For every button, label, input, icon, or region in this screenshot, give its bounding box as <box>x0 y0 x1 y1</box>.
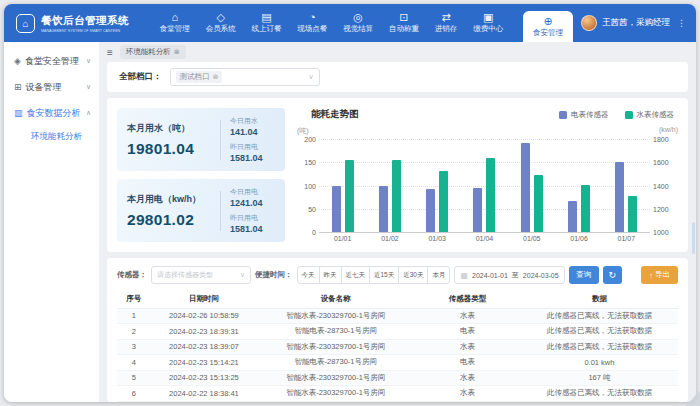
nav-label: 食堂管理 <box>160 24 190 34</box>
food-safety-icon: ⊕ <box>543 16 552 27</box>
auto-weighing-icon: ⊡ <box>399 12 408 23</box>
main-area: ≡ 环境能耗分析 ⊗ 全部档口： 测试档口 ⊗ ∨ <box>99 42 696 402</box>
sidebar-item-label: 食堂安全管理 <box>25 55 79 68</box>
legend-swatch <box>559 111 567 119</box>
table-row[interactable]: 52024-02-23 15:13:25智能水表-230329700-1号房间水… <box>117 370 678 386</box>
nav-label: 食安管理 <box>533 28 563 38</box>
bar-水表传感器 <box>534 175 543 232</box>
stall-filter-card: 全部档口： 测试档口 ⊗ ∨ <box>107 62 688 92</box>
table-row[interactable]: 12024-02-26 10:58:59智能水表-230329700-1号房间水… <box>117 308 678 324</box>
chevron-icon: ∨ <box>86 83 91 91</box>
nav-item-visual-checkout[interactable]: ◎视觉结算 <box>343 12 373 34</box>
nav-label: 现场点餐 <box>297 24 327 34</box>
bar-水表传感器 <box>439 171 448 232</box>
x-axis-labels: 01/0101/0201/0301/0401/0501/0601/07 <box>319 235 650 242</box>
table-cell: 智能水表-230329700-1号房间 <box>257 370 414 386</box>
refresh-button[interactable]: ↻ <box>603 266 622 284</box>
export-button[interactable]: ↑ 导出 <box>641 266 678 284</box>
y-tick-left: 150 <box>304 159 316 166</box>
chevron-icon: ∨ <box>86 57 91 65</box>
table-row[interactable]: 22024-02-23 18:39:31智能电表-28730-1号房间电表此传感… <box>117 324 678 340</box>
divider <box>220 191 221 231</box>
x-tick-label: 01/02 <box>381 235 399 242</box>
stall-tag-label: 测试档口 <box>180 72 210 82</box>
export-label: 导出 <box>655 270 670 280</box>
table-row[interactable]: 62024-02-22 18:38:41智能水表-230329700-1号房间水… <box>117 386 678 402</box>
chevron-icon: ∧ <box>86 109 91 117</box>
table-cell: 2024-02-23 18:39:07 <box>151 339 258 355</box>
table-row[interactable]: 42024-02-23 15:14:21智能电表-28730-1号房间电表0.0… <box>117 355 678 371</box>
calendar-icon: ▦ <box>460 271 468 280</box>
chart-legend: 电表传感器水表传感器 <box>559 110 674 120</box>
y-tick-right: 1400 <box>653 182 669 189</box>
stall-tag: 测试档口 ⊗ <box>176 71 223 83</box>
y-tick-right: 1200 <box>653 205 669 212</box>
nav-item-online-ordering[interactable]: ▤线上订餐 <box>251 12 281 34</box>
stat-side-label: 今日用水 <box>230 116 263 126</box>
payment-center-icon: ▣ <box>483 12 493 23</box>
app-title: 餐饮后台管理系统 <box>41 14 129 28</box>
quick-time-button-4[interactable]: 近30天 <box>398 266 428 284</box>
collapse-sidebar-icon[interactable]: ≡ <box>107 47 113 58</box>
water-stat-title: 本月用水（吨） <box>127 122 211 135</box>
user-menu-dots-icon[interactable]: ⋮ <box>677 18 686 28</box>
nav-label: 自动称重 <box>389 24 419 34</box>
quick-time-button-1[interactable]: 昨天 <box>319 266 342 284</box>
sidebar-subitem-env-energy-analysis[interactable]: 环境能耗分析 <box>4 126 99 148</box>
nav-item-payment-center[interactable]: ▣缴费中心 <box>473 12 503 34</box>
table-header-cell: 设备名称 <box>257 291 414 308</box>
sensor-type-select[interactable]: 请选择传感器类型 ∨ <box>151 266 251 284</box>
date-range-picker[interactable]: ▦ 2024-01-01 至 2024-03-05 <box>454 266 564 284</box>
nav-item-inventory[interactable]: ⇄进销存 <box>435 12 458 34</box>
app-window: ⌂ 餐饮后台管理系统 MANAGEMENT SYSTEM OF SMART CA… <box>4 4 696 402</box>
user-area[interactable]: 王茜茜，采购经理 ⋮ <box>581 4 696 42</box>
quick-time-button-3[interactable]: 近15天 <box>369 266 399 284</box>
tab-close-icon[interactable]: ⊗ <box>174 48 180 56</box>
scrollbar-thumb[interactable] <box>692 222 695 254</box>
legend-swatch <box>625 111 633 119</box>
nav-item-food-safety-active[interactable]: ⊕ 食安管理 <box>523 11 573 42</box>
electric-stat-title: 本月用电（kw/h） <box>127 193 211 206</box>
bar-水表传感器 <box>392 160 401 232</box>
legend-label: 电表传感器 <box>571 110 609 120</box>
canteen-management-icon: ⌂ <box>172 12 179 23</box>
bar-水表传感器 <box>345 160 354 232</box>
table-header-cell: 日期时间 <box>151 291 258 308</box>
table-cell: 智能水表-230329700-1号房间 <box>257 339 414 355</box>
table-cell: 5 <box>117 370 151 386</box>
bar-水表传感器 <box>628 196 637 232</box>
nav-item-member-system[interactable]: ◇会员系统 <box>206 12 236 34</box>
date-to[interactable]: 2024-03-05 <box>523 272 559 279</box>
legend-item: 水表传感器 <box>625 110 675 120</box>
table-cell: 2024-02-23 15:13:25 <box>151 370 258 386</box>
nav-item-canteen-management[interactable]: ⌂食堂管理 <box>160 12 190 34</box>
legend-label: 水表传感器 <box>637 110 675 120</box>
tab-label: 环境能耗分析 <box>126 47 171 57</box>
nav-item-onsite-ordering[interactable]: ◔现场点餐 <box>297 12 327 34</box>
top-nav: ⌂食堂管理◇会员系统▤线上订餐◔现场点餐◎视觉结算⊡自动称重⇄进销存▣缴费中心 <box>144 4 519 42</box>
table-header-cell: 数据 <box>521 291 678 308</box>
y-tick-left: 0 <box>312 229 316 236</box>
nav-item-auto-weighing[interactable]: ⊡自动称重 <box>389 12 419 34</box>
bar-电表传感器 <box>332 186 341 233</box>
table-cell: 此传感器已离线，无法获取数据 <box>521 308 678 324</box>
bar-电表传感器 <box>568 201 577 232</box>
sidebar-item-equipment[interactable]: ⊞设备管理∨ <box>4 74 99 100</box>
quick-time-button-2[interactable]: 近七天 <box>341 266 371 284</box>
tab-env-energy-analysis[interactable]: 环境能耗分析 ⊗ <box>120 45 186 59</box>
table-cell: 智能水表-230329700-1号房间 <box>257 386 414 402</box>
quick-time-button-0[interactable]: 今天 <box>297 266 320 284</box>
query-button[interactable]: 查询 <box>569 266 599 284</box>
stall-select[interactable]: 测试档口 ⊗ ∨ <box>170 68 320 86</box>
onsite-ordering-icon: ◔ <box>309 12 316 23</box>
sidebar-item-food-safety-analytics[interactable]: ▥食安数据分析∧ <box>4 100 99 126</box>
stat-side-label: 昨日用电 <box>230 213 263 223</box>
date-from[interactable]: 2024-01-01 <box>472 272 508 279</box>
tag-close-icon[interactable]: ⊗ <box>213 73 219 81</box>
table-row[interactable]: 32024-02-23 18:39:07智能水表-230329700-1号房间水… <box>117 339 678 355</box>
table-cell: 电表 <box>414 355 521 371</box>
quick-time-button-5[interactable]: 本月 <box>427 266 450 284</box>
sidebar-item-canteen-safety[interactable]: ◈食堂安全管理∨ <box>4 48 99 74</box>
y-tick-left: 50 <box>308 205 316 212</box>
quick-time-label: 便捷时间： <box>255 270 293 280</box>
